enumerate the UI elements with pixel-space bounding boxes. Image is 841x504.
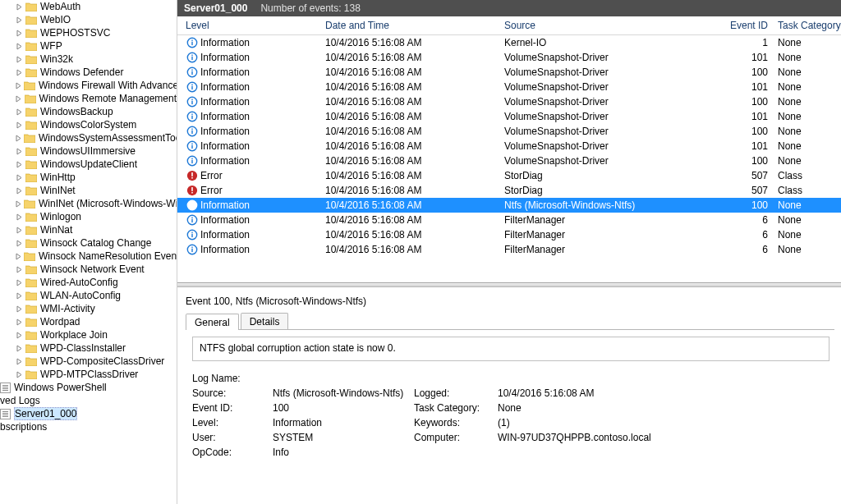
tree-node[interactable]: WindowsBackup [12,105,177,118]
expand-icon[interactable] [15,68,24,77]
tree-node[interactable]: WEPHOSTSVC [12,26,177,39]
expand-icon[interactable] [15,42,24,51]
event-row[interactable]: Information10/4/2016 5:16:08 AMVolumeSna… [177,124,841,139]
expand-icon[interactable] [15,252,22,261]
tree-scroll[interactable]: WebAuthWebIOWEPHOSTSVCWFPWin32kWindows D… [0,0,177,504]
event-row[interactable]: Error10/4/2016 5:16:08 AMStorDiag507Clas… [177,168,841,183]
expand-icon[interactable] [15,108,24,117]
tree-node[interactable]: Wordpad [12,315,177,328]
info-icon [186,213,199,227]
tree-node[interactable]: WinNat [12,223,177,236]
event-row[interactable]: Information10/4/2016 5:16:08 AMVolumeSna… [177,50,841,65]
col-date[interactable]: Date and Time [325,20,504,31]
events-header-row[interactable]: Level Date and Time Source Event ID Task… [177,16,841,35]
tab-details[interactable]: Details [241,313,289,329]
tree-node[interactable]: WinINet (Microsoft-Windows-WinINet) [12,197,177,210]
event-row[interactable]: Information10/4/2016 5:16:08 AMVolumeSna… [177,80,841,94]
event-date: 10/4/2016 5:16:08 AM [325,199,504,211]
tree-node[interactable]: Windows Remote Management [12,92,177,105]
expand-icon[interactable] [15,160,24,169]
tree-node[interactable]: Winsock NameResolution Event [12,250,177,263]
tree-root-item[interactable]: ved Logs [0,394,177,407]
expand-icon[interactable] [15,173,24,182]
expand-icon[interactable] [15,357,24,366]
event-date: 10/4/2016 5:16:08 AM [325,244,504,255]
events-table[interactable]: Information10/4/2016 5:16:08 AMKernel-IO… [177,35,841,282]
event-row[interactable]: Information10/4/2016 5:16:08 AMVolumeSna… [177,109,841,124]
col-task[interactable]: Task Category [778,20,841,31]
tree-node[interactable]: WindowsUpdateClient [12,158,177,171]
tree-node[interactable]: WebAuth [12,0,177,13]
tree-node[interactable]: Wired-AutoConfig [12,276,177,289]
expand-icon[interactable] [15,291,24,300]
event-level: Information [200,214,325,226]
event-row[interactable]: Information10/4/2016 5:16:08 AMVolumeSna… [177,94,841,109]
tree-root-item[interactable]: bscriptions [0,420,177,433]
error-icon [186,184,199,197]
tree-node[interactable]: Winlogon [12,210,177,223]
event-task: None [778,229,841,241]
col-level[interactable]: Level [186,20,325,31]
expand-icon[interactable] [15,186,24,195]
event-row[interactable]: Information10/4/2016 5:16:08 AMNtfs (Mic… [177,198,841,213]
event-task: Class [778,185,841,196]
col-source[interactable]: Source [504,20,719,31]
tree-node[interactable]: Windows Firewall With Advanced Security [12,79,177,92]
event-row[interactable]: Information10/4/2016 5:16:08 AMFilterMan… [177,213,841,227]
expand-icon[interactable] [15,2,24,11]
expand-icon[interactable] [15,278,24,287]
expand-icon[interactable] [15,331,24,340]
col-eventid[interactable]: Event ID [719,20,778,31]
tree-node[interactable]: WindowsUIImmersive [12,144,177,158]
details-body: NTFS global corruption action state is n… [184,330,834,458]
event-row[interactable]: Information10/4/2016 5:16:08 AMFilterMan… [177,227,841,242]
event-row[interactable]: Information10/4/2016 5:16:08 AMVolumeSna… [177,139,841,153]
tree-node[interactable]: WebIO [12,13,177,26]
event-row[interactable]: Information10/4/2016 5:16:08 AMKernel-IO… [177,35,841,50]
tree-node[interactable]: WLAN-AutoConfig [12,289,177,302]
expand-icon[interactable] [15,121,24,130]
tree-node[interactable]: Win32k [12,53,177,66]
tree-node[interactable]: WFP [12,39,177,53]
expand-icon[interactable] [15,134,22,143]
expand-icon[interactable] [15,265,24,274]
svg-rect-16 [191,116,192,119]
tree-root-item[interactable]: Windows PowerShell [0,381,177,394]
tree-node[interactable]: WMI-Activity [12,302,177,315]
event-row[interactable]: Error10/4/2016 5:16:08 AMStorDiag507Clas… [177,183,841,198]
tree-node[interactable]: Winsock Catalog Change [12,236,177,250]
event-row[interactable]: Information10/4/2016 5:16:08 AMFilterMan… [177,242,841,257]
event-date: 10/4/2016 5:16:08 AM [325,111,504,122]
tree-node[interactable]: WPD-CompositeClassDriver [12,355,177,368]
expand-icon[interactable] [15,29,24,38]
expand-icon[interactable] [15,226,24,235]
expand-icon[interactable] [15,199,22,208]
events-panel: Level Date and Time Source Event ID Task… [177,16,841,283]
tree-node[interactable]: Windows Defender [12,66,177,79]
event-row[interactable]: Information10/4/2016 5:16:08 AMVolumeSna… [177,65,841,80]
expand-icon[interactable] [15,55,24,64]
expand-icon[interactable] [15,213,24,222]
expand-icon[interactable] [15,344,24,353]
expand-icon[interactable] [15,81,22,90]
folder-icon [25,331,37,340]
expand-icon[interactable] [15,239,24,248]
tree-node[interactable]: WinHttp [12,171,177,184]
expand-icon[interactable] [15,147,24,156]
event-row[interactable]: Information10/4/2016 5:16:08 AMVolumeSna… [177,153,841,168]
tree-node[interactable]: WindowsColorSystem [12,118,177,131]
tree-node[interactable]: WPD-MTPClassDriver [12,368,177,381]
expand-icon[interactable] [15,94,23,103]
tree-node[interactable]: WinINet [12,184,177,197]
tab-general[interactable]: General [186,314,239,330]
expand-icon[interactable] [15,16,24,25]
expand-icon[interactable] [15,318,24,327]
tree-node[interactable]: WindowsSystemAssessmentTool [12,131,177,144]
expand-icon[interactable] [15,305,24,314]
tree-node[interactable]: Winsock Network Event [12,263,177,276]
expand-icon[interactable] [15,370,24,379]
event-level: Information [200,126,325,137]
tree-node[interactable]: WPD-ClassInstaller [12,341,177,355]
tree-root-item[interactable]: Server01_000 [0,407,177,420]
tree-node[interactable]: Workplace Join [12,328,177,341]
